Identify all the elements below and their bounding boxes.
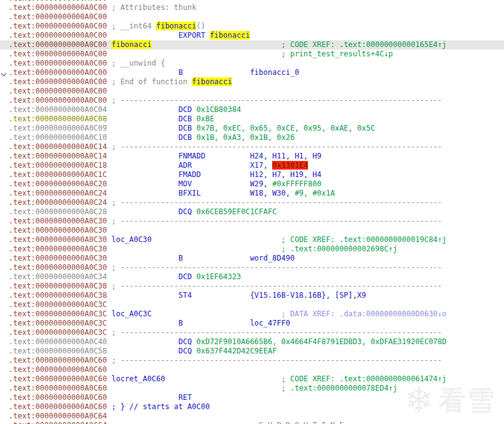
listing-row[interactable]: .text:00000000000A0C00 ; Attributes: thu…	[0, 3, 504, 12]
listing-row[interactable]: .text:00000000000A0C28 DCQ 0x6CEB59EF0C1…	[0, 207, 504, 217]
listing-row-selected[interactable]: .text:00000000000A0C00 fibonacci ; CODE …	[0, 40, 504, 50]
row-address[interactable]: .text:00000000000A0C04	[9, 105, 107, 114]
collapse-arrow-icon[interactable]	[1, 71, 7, 76]
listing-row[interactable]: .text:00000000000A0C60 locret_A0C60 ; CO…	[0, 374, 504, 384]
listing-row[interactable]: .text:00000000000A0C00 ; ---------------…	[0, 96, 504, 105]
listing-row[interactable]: .text:00000000000A0C18 ADR X17, 0x1301E4	[0, 161, 504, 170]
row-address[interactable]: .text:00000000000A0C30	[9, 254, 107, 262]
listing-row[interactable]: .text:00000000000A0C30 ; ---------------…	[0, 217, 504, 226]
row-address[interactable]: .text:00000000000A0C00	[9, 59, 107, 67]
listing-row[interactable]: .text:00000000000A0C34 DCD 0x1EF64323	[0, 272, 504, 282]
row-address[interactable]: .text:00000000000A0C00	[9, 68, 107, 77]
listing-row[interactable]: .text:00000000000A0C38 ; ---------------…	[0, 282, 504, 291]
listing-row[interactable]: .text:00000000000A0C14 FNMADD H24, H11, …	[0, 152, 504, 161]
listing-row[interactable]: .text:00000000000A0C00	[0, 12, 504, 22]
listing-row[interactable]: .text:00000000000A0C30 ; ---------------…	[0, 263, 504, 272]
row-address[interactable]: .text:00000000000A0C00	[9, 40, 107, 49]
listing-row[interactable]: .text:00000000000A0C3C B loc_47FF0	[0, 319, 504, 328]
listing-row[interactable]: .text:00000000000A0C24 BFXIL W18, W30, #…	[0, 189, 504, 198]
row-address[interactable]: .text:00000000000A0C00	[9, 0, 107, 2]
listing-row[interactable]: .text:00000000000A0C00 ; __unwind {	[0, 59, 504, 68]
listing-row[interactable]: .text:00000000000A0C20 MOV W29, #0xFFFFF…	[0, 180, 504, 189]
row-address[interactable]: .text:00000000000A0C24	[9, 189, 107, 197]
symbol-name[interactable]: fibonacci_0	[250, 68, 299, 77]
row-address[interactable]: .text:00000000000A0C09	[9, 124, 107, 132]
row-address[interactable]: .text:00000000000A0C3C	[9, 309, 107, 318]
symbol-name[interactable]: loc_47FF0	[250, 319, 290, 327]
listing-row[interactable]: .text:00000000000A0C00 ; __int64 fibonac…	[0, 22, 504, 31]
row-address[interactable]: .text:00000000000A0C60	[9, 365, 107, 374]
listing-row[interactable]: .text:00000000000A0C00 EXPORT fibonacci	[0, 31, 504, 40]
row-address[interactable]: .text:00000000000A0C20	[9, 180, 107, 188]
row-address[interactable]: .text:00000000000A0C30	[9, 244, 107, 253]
row-address[interactable]: .text:00000000000A0C30	[9, 226, 107, 235]
row-address[interactable]: .text:00000000000A0C38	[9, 291, 107, 300]
row-address[interactable]: .text:00000000000A0C08	[9, 115, 107, 123]
row-address[interactable]: .text:00000000000A0C58	[9, 347, 107, 355]
highlighted-address[interactable]: 0x1301E4	[272, 161, 308, 170]
row-address[interactable]: .text:00000000000A0C00	[9, 50, 107, 58]
highlighted-token[interactable]: fibonacci	[111, 40, 152, 49]
listing-row[interactable]: .text:00000000000A0C30 ; .text:000000000…	[0, 244, 504, 254]
listing-row[interactable]: .text:00000000000A0C1C FMADD H12, H7, H1…	[0, 170, 504, 180]
row-address[interactable]: .text:00000000000A0C00	[9, 96, 107, 105]
listing-row[interactable]: .text:00000000000A0C64 ; ===============…	[0, 421, 504, 424]
symbol-name[interactable]: loc_A0C3C	[111, 309, 152, 318]
row-address[interactable]: .text:00000000000A0C3C	[9, 319, 107, 327]
row-address[interactable]: .text:00000000000A0C00	[9, 22, 107, 30]
listing-row[interactable]: .text:00000000000A0C00 ; print_test_resu…	[0, 50, 504, 59]
row-address[interactable]: .text:00000000000A0C00	[9, 31, 107, 40]
listing-row[interactable]: .text:00000000000A0C60 ; } // starts at …	[0, 402, 504, 412]
listing-row[interactable]: .text:00000000000A0C60 ; .text:000000000…	[0, 384, 504, 393]
row-address[interactable]: .text:00000000000A0C00	[9, 87, 107, 95]
listing-row[interactable]: .text:00000000000A0C38 ST4 {V15.16B-V18.…	[0, 291, 504, 300]
listing-row[interactable]: .text:00000000000A0C40 DCQ 0xD72F9010A66…	[0, 337, 504, 347]
row-address[interactable]: .text:00000000000A0C00	[9, 12, 107, 21]
row-address[interactable]: .text:00000000000A0C30	[9, 217, 107, 225]
row-address[interactable]: .text:00000000000A0C14	[9, 142, 107, 151]
symbol-name[interactable]: word_8D490	[250, 254, 294, 262]
row-address[interactable]: .text:00000000000A0C28	[9, 207, 107, 216]
listing-row[interactable]: .text:00000000000A0C60 ; ---------------…	[0, 356, 504, 365]
symbol-name[interactable]: locret_A0C60	[111, 374, 165, 383]
row-address[interactable]: .text:00000000000A0C60	[9, 402, 107, 411]
row-address[interactable]: .text:00000000000A0C00	[9, 77, 107, 86]
listing-row[interactable]: .text:00000000000A0C30 B word_8D490	[0, 254, 504, 263]
highlighted-token[interactable]: fibonacci	[156, 22, 196, 30]
listing-row[interactable]: .text:00000000000A0C24 ; ---------------…	[0, 198, 504, 207]
row-address[interactable]: .text:00000000000A0C60	[9, 374, 107, 383]
row-address[interactable]: .text:00000000000A0C64	[9, 412, 107, 420]
row-address[interactable]: .text:00000000000A0C10	[9, 133, 107, 142]
listing-row[interactable]: .text:00000000000A0C60	[0, 365, 504, 374]
row-address[interactable]: .text:00000000000A0C24	[9, 198, 107, 207]
highlighted-token[interactable]: fibonacci	[192, 77, 232, 86]
listing-row[interactable]: .text:00000000000A0C3C loc_A0C3C ; DATA …	[0, 309, 504, 319]
row-address[interactable]: .text:00000000000A0C30	[9, 263, 107, 272]
listing-row[interactable]: .text:00000000000A0C3C ; ---------------…	[0, 328, 504, 337]
listing-row[interactable]: .text:00000000000A0C09 DCB 0x7B, 0xEC, 0…	[0, 124, 504, 133]
row-address[interactable]: .text:00000000000A0C14	[9, 152, 107, 160]
listing-row[interactable]: .text:00000000000A0C00	[0, 87, 504, 96]
row-address[interactable]: .text:00000000000A0C3C	[9, 300, 107, 309]
row-address[interactable]: .text:00000000000A0C18	[9, 161, 107, 170]
row-address[interactable]: .text:00000000000A0C34	[9, 272, 107, 281]
row-address[interactable]: .text:00000000000A0C60	[9, 356, 107, 365]
listing-row[interactable]: .text:00000000000A0C00 ; End of function…	[0, 77, 504, 87]
row-address[interactable]: .text:00000000000A0C30	[9, 235, 107, 244]
listing-row[interactable]: .text:00000000000A0C04 DCD 0x1CB80384	[0, 105, 504, 115]
listing-row[interactable]: .text:00000000000A0C00 B fibonacci_0	[0, 68, 504, 77]
listing-row[interactable]: .text:00000000000A0C10 DCB 0x1B, 0xA3, 0…	[0, 133, 504, 142]
listing-row[interactable]: .text:00000000000A0C60 RET	[0, 393, 504, 402]
row-address[interactable]: .text:00000000000A0C3C	[9, 328, 107, 337]
listing-row[interactable]: .text:00000000000A0C08 DCB 0xBE	[0, 115, 504, 124]
listing-row[interactable]: .text:00000000000A0C14 ; ---------------…	[0, 142, 504, 152]
row-address[interactable]: .text:00000000000A0C60	[9, 393, 107, 402]
row-address[interactable]: .text:00000000000A0C64	[9, 421, 107, 424]
listing-row[interactable]: .text:00000000000A0C30	[0, 226, 504, 235]
row-address[interactable]: .text:00000000000A0C1C	[9, 170, 107, 179]
row-address[interactable]: .text:00000000000A0C38	[9, 282, 107, 290]
symbol-name[interactable]: loc_A0C30	[111, 235, 152, 244]
row-address[interactable]: .text:00000000000A0C60	[9, 384, 107, 392]
row-address[interactable]: .text:00000000000A0C40	[9, 337, 107, 346]
listing-row[interactable]: .text:00000000000A0C64	[0, 412, 504, 421]
